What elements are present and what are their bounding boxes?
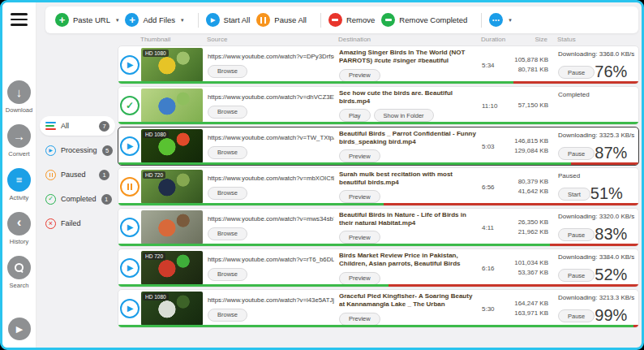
add-files-button[interactable]: + Add Files ▾ xyxy=(125,13,183,27)
chevron-down-icon[interactable]: ▾ xyxy=(181,17,184,24)
quality-badge: HD 720 xyxy=(143,253,165,260)
filter-label: All xyxy=(61,122,69,130)
sidebar-item-convert[interactable]: → Convert xyxy=(7,124,31,158)
activity-icon: ≡ xyxy=(7,168,31,192)
filter-item-paused[interactable]: Paused 1 xyxy=(40,165,115,184)
status-text: Downloading: 3368.0 KB/s xyxy=(558,50,638,58)
browse-button[interactable]: Browse xyxy=(208,187,247,200)
download-row[interactable]: ▶ HD 1080 https://www.youtube.com/watch?… xyxy=(118,127,639,166)
list-icon xyxy=(45,122,56,131)
progress-percent: 52% xyxy=(595,267,627,282)
downloading-icon[interactable]: ▶ xyxy=(120,136,140,156)
paste-url-button[interactable]: + Paste URL ▾ xyxy=(55,13,118,27)
preview-button[interactable]: Preview xyxy=(339,272,380,285)
column-header-thumbnail: Thumbnail xyxy=(140,36,207,43)
filter-item-all[interactable]: All 7 xyxy=(40,116,115,136)
progress-bar xyxy=(118,203,638,205)
downloading-icon[interactable]: ▶ xyxy=(120,258,140,278)
toolbar-divider xyxy=(320,13,321,28)
quality-badge: HD 1080 xyxy=(143,293,169,300)
source-url: https://www.youtube.com/watch?v=i43e5ATJ… xyxy=(208,296,334,304)
browse-button[interactable]: Browse xyxy=(208,106,247,119)
plus-icon: + xyxy=(125,13,139,27)
download-row[interactable]: ▶ HD 720 https://www.youtube.com/watch?v… xyxy=(118,248,639,287)
toolbar: + Paste URL ▾ + Add Files ▾ ▶ Start All … xyxy=(45,6,638,33)
main-area: + Paste URL ▾ + Add Files ▾ ▶ Start All … xyxy=(36,2,642,348)
video-title: Beautiful Birds in Nature - Life of Bird… xyxy=(339,211,477,228)
download-row[interactable]: ▶ HD 1080 https://www.youtube.com/watch?… xyxy=(118,289,639,328)
search-icon xyxy=(7,256,31,279)
chevron-down-icon[interactable]: ▾ xyxy=(509,17,512,24)
toolbar-divider xyxy=(481,13,482,28)
progress-percent: 51% xyxy=(590,186,623,201)
action-button[interactable]: Pause xyxy=(558,147,595,160)
progress-bar xyxy=(118,81,638,84)
browse-button[interactable]: Browse xyxy=(208,268,247,281)
filter-label: Failed xyxy=(61,219,81,227)
preview-button[interactable]: Preview xyxy=(339,231,380,244)
download-row[interactable]: ▶ https://www.youtube.com/watch?v=mws34s… xyxy=(118,208,639,247)
failed-icon: × xyxy=(45,218,56,229)
sidebar-item-download[interactable]: ↓ Download xyxy=(6,80,32,114)
filter-item-failed[interactable]: × Failed xyxy=(40,214,115,233)
chevron-down-icon[interactable]: ▾ xyxy=(116,17,119,24)
remove-button[interactable]: Remove xyxy=(328,13,375,27)
download-row[interactable]: ▶ HD 1080 https://www.youtube.com/watch?… xyxy=(118,45,639,84)
downloading-icon[interactable]: ▶ xyxy=(120,299,140,318)
sidebar-item-history[interactable]: ‹ History xyxy=(7,212,31,245)
quality-badge: HD 720 xyxy=(143,171,165,179)
browse-button[interactable]: Browse xyxy=(208,146,247,159)
history-icon: ‹ xyxy=(7,212,31,235)
status-text: Downloading: 3320.0 KB/s xyxy=(558,213,638,220)
preview-button[interactable]: Preview xyxy=(339,69,380,82)
duration-value: 5:30 xyxy=(482,305,509,313)
filter-item-completed[interactable]: ✓ Completed 1 xyxy=(40,189,115,209)
preview-button[interactable]: Preview xyxy=(339,313,380,326)
remove-completed-button[interactable]: Remove Completed xyxy=(381,13,467,27)
paused-icon[interactable] xyxy=(120,177,140,197)
column-header-status: Status xyxy=(547,36,639,43)
video-thumbnail xyxy=(141,89,203,123)
browse-button[interactable]: Browse xyxy=(208,227,247,240)
add-files-label: Add Files xyxy=(143,15,175,24)
size-value: 80,379 KB 41,642 KB xyxy=(509,177,548,196)
convert-icon: → xyxy=(7,124,31,148)
action-button[interactable]: Start xyxy=(558,188,590,201)
size-value: 101,034 KB 53,367 KB xyxy=(509,258,548,277)
completed-icon[interactable]: ✓ xyxy=(120,96,140,115)
duration-value: 5:34 xyxy=(482,62,509,69)
more-options-button[interactable]: ••• ▾ xyxy=(489,13,512,27)
filter-item-processing[interactable]: ▶ Processing 5 xyxy=(40,140,115,160)
progress-percent: 76% xyxy=(595,64,627,79)
table-header-row: Thumbnail Source Destination Duration Si… xyxy=(118,36,639,43)
preview-button[interactable]: Preview xyxy=(339,149,380,162)
filter-label: Processing xyxy=(61,146,97,154)
action-button[interactable]: Pause xyxy=(558,66,595,79)
preview-button[interactable]: Preview xyxy=(339,190,380,203)
action-button[interactable]: Pause xyxy=(558,269,595,282)
play-circle-icon[interactable]: ▶ xyxy=(8,318,31,340)
start-all-button[interactable]: ▶ Start All xyxy=(206,13,251,27)
completed-icon: ✓ xyxy=(45,194,56,205)
browse-button[interactable]: Browse xyxy=(208,309,247,322)
play-button[interactable]: Play xyxy=(339,109,371,122)
download-icon: ↓ xyxy=(7,80,31,104)
video-title: Birds Market Review Price in Pakistan, C… xyxy=(339,252,477,269)
download-row[interactable]: HD 720 https://www.youtube.com/watch?v=m… xyxy=(118,167,639,206)
source-url: https://www.youtube.com/watch?v=mbXOICf8… xyxy=(208,175,334,182)
pause-all-button[interactable]: Pause All xyxy=(256,13,307,27)
duration-value: 6:56 xyxy=(482,184,509,191)
download-row[interactable]: ✓ https://www.youtube.com/watch?v=dhVCZ3… xyxy=(118,86,639,125)
downloading-icon[interactable]: ▶ xyxy=(120,55,140,75)
hamburger-menu-icon[interactable] xyxy=(11,13,28,29)
app-window: ↓ Download → Convert ≡ Activity ‹ Histor… xyxy=(0,0,644,350)
action-button[interactable]: Pause xyxy=(558,309,595,322)
browse-button[interactable]: Browse xyxy=(208,65,247,78)
video-thumbnail: HD 1080 xyxy=(141,48,203,82)
size-value: 26,350 KB 21,962 KB xyxy=(509,218,548,236)
downloading-icon[interactable]: ▶ xyxy=(120,218,140,237)
action-button[interactable]: Pause xyxy=(558,228,595,241)
sidebar-item-search[interactable]: Search xyxy=(7,256,31,289)
show-in-folder-button[interactable]: Show in Folder xyxy=(374,109,434,122)
sidebar-item-activity[interactable]: ≡ Activity xyxy=(7,168,31,201)
